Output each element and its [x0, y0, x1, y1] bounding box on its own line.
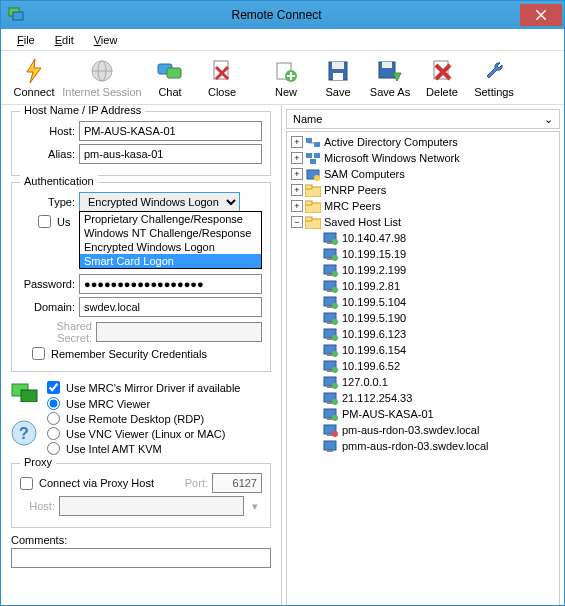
mrc-viewer-radio[interactable]	[47, 397, 60, 410]
auth-type-dropdown-list[interactable]: Proprietary Challenge/Response Windows N…	[79, 211, 262, 269]
menu-edit[interactable]: Edit	[47, 32, 82, 48]
svg-point-61	[332, 319, 338, 325]
viewer-options: ? Use MRC's Mirror Driver if available U…	[11, 378, 271, 457]
password-input[interactable]	[79, 274, 262, 294]
tree-host[interactable]: +10.199.5.190	[289, 310, 557, 326]
svg-rect-43	[305, 217, 312, 221]
chevron-down-icon: ⌄	[544, 113, 553, 126]
menu-file[interactable]: File	[9, 32, 43, 48]
settings-button[interactable]: Settings	[469, 55, 519, 100]
tree-host[interactable]: +10.199.6.52	[289, 358, 557, 374]
mirror-driver-checkbox[interactable]	[47, 381, 60, 394]
left-pane: Host Name / IP Address Host: Alias: Auth…	[1, 105, 281, 606]
comments-input[interactable]	[11, 548, 271, 568]
password-label: Password:	[20, 278, 75, 290]
svg-rect-19	[333, 73, 343, 80]
svg-point-76	[332, 399, 338, 405]
tree-root[interactable]: +Microsoft Windows Network	[289, 150, 557, 166]
tree-host[interactable]: +10.199.2.81	[289, 278, 557, 294]
svg-rect-41	[305, 201, 312, 205]
svg-rect-35	[310, 159, 316, 164]
svg-marker-4	[27, 59, 41, 83]
svg-point-46	[332, 239, 338, 245]
new-icon	[272, 57, 300, 85]
close-doc-icon	[208, 57, 236, 85]
auth-option-ewl[interactable]: Encrypted Windows Logon	[80, 240, 261, 254]
tree-root[interactable]: +SAM Computers	[289, 166, 557, 182]
auth-option-ntcr[interactable]: Windows NT Challenge/Response	[80, 226, 261, 240]
help-icon[interactable]: ?	[11, 420, 37, 446]
proxy-via-checkbox[interactable]	[20, 477, 33, 490]
svg-point-79	[332, 415, 338, 421]
auth-option-smartcard[interactable]: Smart Card Logon	[80, 254, 261, 268]
svg-point-64	[332, 335, 338, 341]
rdp-radio[interactable]	[47, 412, 60, 425]
comments-group: Comments:	[11, 534, 271, 568]
use-checkbox[interactable]	[38, 215, 51, 228]
tree-host[interactable]: +pm-aus-rdon-03.swdev.local	[289, 422, 557, 438]
tree-root[interactable]: +Active Directory Computers	[289, 134, 557, 150]
globe-icon	[88, 57, 116, 85]
tree-host[interactable]: +10.199.6.123	[289, 326, 557, 342]
svg-point-82	[332, 431, 338, 437]
svg-point-67	[332, 351, 338, 357]
tree-host[interactable]: +10.199.2.199	[289, 262, 557, 278]
tree-root[interactable]: −Saved Host List	[289, 214, 557, 230]
proxy-port-input	[212, 473, 262, 493]
auth-option-proprietary[interactable]: Proprietary Challenge/Response	[80, 212, 261, 226]
delete-button[interactable]: Delete	[417, 55, 467, 100]
tree-host[interactable]: +10.199.6.154	[289, 342, 557, 358]
host-tree[interactable]: +Active Directory Computers+Microsoft Wi…	[286, 131, 560, 606]
svg-rect-84	[327, 450, 333, 452]
chat-icon	[156, 57, 184, 85]
remember-credentials-checkbox[interactable]	[32, 347, 45, 360]
new-button[interactable]: New	[261, 55, 311, 100]
shared-secret-label: Shared Secret:	[20, 320, 92, 344]
auth-type-select[interactable]: Encrypted Windows Logon	[79, 192, 240, 212]
tree-host[interactable]: +127.0.0.1	[289, 374, 557, 390]
svg-point-70	[332, 367, 338, 373]
alias-label: Alias:	[20, 148, 75, 160]
save-button[interactable]: Save	[313, 55, 363, 100]
tree-host[interactable]: +PM-AUS-KASA-01	[289, 406, 557, 422]
titlebar: Remote Connect	[1, 1, 564, 29]
right-pane: Name ⌄ +Active Directory Computers+Micro…	[281, 105, 564, 606]
menu-view[interactable]: View	[86, 32, 126, 48]
amt-radio[interactable]	[47, 442, 60, 455]
svg-rect-21	[382, 62, 392, 68]
tree-host[interactable]: +10.140.47.98	[289, 230, 557, 246]
tree-host[interactable]: +21.112.254.33	[289, 390, 557, 406]
domain-input[interactable]	[79, 297, 262, 317]
svg-point-58	[332, 303, 338, 309]
toolbar: Connect Internet Session Chat Close New …	[1, 51, 564, 105]
svg-point-37	[314, 175, 320, 181]
svg-rect-39	[305, 185, 312, 189]
svg-rect-18	[332, 62, 344, 69]
alias-input[interactable]	[79, 144, 262, 164]
svg-rect-83	[324, 441, 336, 450]
svg-point-49	[332, 255, 338, 261]
tree-root[interactable]: +PNRP Peers	[289, 182, 557, 198]
lightning-icon	[20, 57, 48, 85]
connect-button[interactable]: Connect	[9, 55, 59, 100]
vnc-radio[interactable]	[47, 427, 60, 440]
saveas-button[interactable]: Save As	[365, 55, 415, 100]
close-window-button[interactable]	[520, 4, 562, 26]
window-title: Remote Connect	[33, 8, 520, 22]
chat-button[interactable]: Chat	[145, 55, 195, 100]
svg-rect-27	[21, 390, 37, 402]
host-input[interactable]	[79, 121, 262, 141]
app-icon	[7, 5, 27, 25]
svg-rect-33	[306, 153, 312, 158]
svg-rect-30	[306, 138, 312, 143]
tree-host[interactable]: +10.199.5.104	[289, 294, 557, 310]
auth-group: Authentication Type: Encrypted Windows L…	[11, 182, 271, 372]
tree-host[interactable]: +pmm-aus-rdon-03.swdev.local	[289, 438, 557, 454]
tree-root[interactable]: +MRC Peers	[289, 198, 557, 214]
shared-secret-input	[96, 322, 262, 342]
close-button[interactable]: Close	[197, 55, 247, 100]
type-label: Type:	[20, 196, 75, 208]
proxy-group: Proxy Connect via Proxy Host Port: Host:…	[11, 463, 271, 528]
tree-header[interactable]: Name ⌄	[286, 109, 560, 129]
tree-host[interactable]: +10.199.15.19	[289, 246, 557, 262]
